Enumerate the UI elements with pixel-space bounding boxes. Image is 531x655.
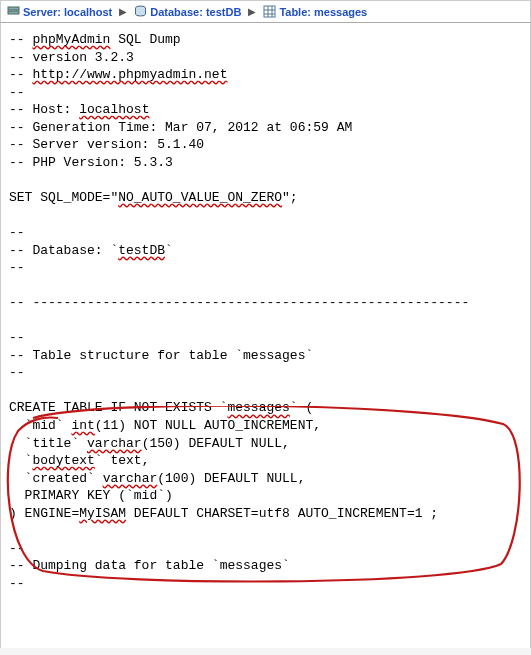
sql-line: -- PHP Version: 5.3.3 bbox=[9, 154, 522, 172]
sql-line: -- Host: localhost bbox=[9, 101, 522, 119]
svg-rect-1 bbox=[8, 11, 19, 14]
svg-rect-0 bbox=[8, 7, 19, 10]
sql-line: ) ENGINE=MyISAM DEFAULT CHARSET=utf8 AUT… bbox=[9, 505, 522, 523]
sql-line: SET SQL_MODE="NO_AUTO_VALUE_ON_ZERO"; bbox=[9, 189, 522, 207]
breadcrumb: Server: localhost ▶ Database: testDB ▶ T… bbox=[0, 0, 531, 23]
sql-line bbox=[9, 277, 522, 295]
sql-line: -- bbox=[9, 575, 522, 593]
table-label: Table: bbox=[279, 6, 314, 18]
sql-line: -- -------------------------------------… bbox=[9, 294, 522, 312]
sql-line: `bodytext` text, bbox=[9, 452, 522, 470]
sql-line: `mid` int(11) NOT NULL AUTO_INCREMENT, bbox=[9, 417, 522, 435]
sql-dump-content: -- phpMyAdmin SQL Dump -- version 3.2.3 … bbox=[0, 23, 531, 648]
sql-line: PRIMARY KEY (`mid`) bbox=[9, 487, 522, 505]
sql-line: -- bbox=[9, 224, 522, 242]
sql-line: -- bbox=[9, 329, 522, 347]
sql-line: -- Dumping data for table `messages` bbox=[9, 557, 522, 575]
db-label: Database: bbox=[150, 6, 206, 18]
server-label: Server: bbox=[23, 6, 64, 18]
table-icon bbox=[263, 5, 276, 18]
breadcrumb-table[interactable]: Table: messages bbox=[279, 6, 367, 18]
sql-line: `created` varchar(100) DEFAULT NULL, bbox=[9, 470, 522, 488]
db-value: testDB bbox=[206, 6, 241, 18]
sql-line bbox=[9, 382, 522, 400]
sql-line: -- phpMyAdmin SQL Dump bbox=[9, 31, 522, 49]
svg-rect-3 bbox=[264, 6, 275, 17]
server-icon bbox=[7, 5, 20, 18]
sql-line bbox=[9, 522, 522, 540]
breadcrumb-database[interactable]: Database: testDB bbox=[150, 6, 241, 18]
server-value: localhost bbox=[64, 6, 112, 18]
sql-line: -- Generation Time: Mar 07, 2012 at 06:5… bbox=[9, 119, 522, 137]
sql-line: -- bbox=[9, 540, 522, 558]
sql-line: -- Table structure for table `messages` bbox=[9, 347, 522, 365]
sql-line bbox=[9, 206, 522, 224]
sql-line: -- http://www.phpmyadmin.net bbox=[9, 66, 522, 84]
sql-line: -- bbox=[9, 259, 522, 277]
breadcrumb-sep-2: ▶ bbox=[244, 6, 260, 17]
sql-line: -- bbox=[9, 364, 522, 382]
sql-line: -- version 3.2.3 bbox=[9, 49, 522, 67]
sql-line: -- bbox=[9, 84, 522, 102]
breadcrumb-sep-1: ▶ bbox=[115, 6, 131, 17]
sql-line bbox=[9, 312, 522, 330]
sql-line: -- Server version: 5.1.40 bbox=[9, 136, 522, 154]
sql-line: `title` varchar(150) DEFAULT NULL, bbox=[9, 435, 522, 453]
sql-line: CREATE TABLE IF NOT EXISTS `messages` ( bbox=[9, 399, 522, 417]
database-icon bbox=[134, 5, 147, 18]
table-value: messages bbox=[314, 6, 367, 18]
sql-line: -- Database: `testDB` bbox=[9, 242, 522, 260]
breadcrumb-server[interactable]: Server: localhost bbox=[23, 6, 112, 18]
sql-line bbox=[9, 171, 522, 189]
